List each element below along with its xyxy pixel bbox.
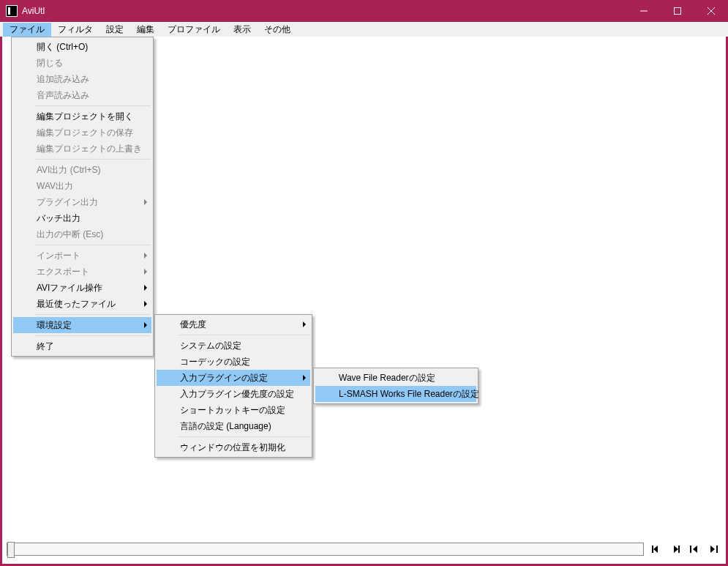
- plugin-menu-item[interactable]: Wave File Readerの設定: [315, 370, 476, 386]
- file-menu-item-label: 閉じる: [37, 57, 63, 70]
- env-menu-separator: [179, 436, 309, 437]
- env-menu-item-label: ショートカットキーの設定: [180, 404, 285, 417]
- first-frame-button[interactable]: [686, 541, 702, 557]
- file-menu-item-label: AVI出力 (Ctrl+S): [37, 164, 100, 176]
- file-menu-item: 音声読み込み: [13, 87, 151, 103]
- file-menu-item-label: 音声読み込み: [37, 89, 89, 102]
- file-menu-item: 編集プロジェクトの上書き: [13, 141, 151, 157]
- close-button[interactable]: [694, 0, 728, 22]
- file-menu-item-label: 開く (Ctrl+O): [37, 41, 88, 53]
- file-menu-item-label: 編集プロジェクトを開く: [37, 111, 133, 123]
- file-menu-item[interactable]: 環境設定: [13, 317, 151, 333]
- last-frame-button[interactable]: [705, 541, 721, 557]
- env-menu-item-label: ウィンドウの位置を初期化: [180, 442, 285, 454]
- menu-filter[interactable]: フィルタ: [51, 23, 100, 37]
- plugin-menu-item[interactable]: L-SMASH Works File Readerの設定: [315, 386, 476, 402]
- env-menu-item[interactable]: 優先度: [157, 316, 310, 332]
- file-menu-item-label: 追加読み込み: [37, 73, 89, 86]
- file-dropdown: 開く (Ctrl+O)閉じる追加読み込み音声読み込み編集プロジェクトを開く編集プ…: [11, 37, 154, 357]
- prev-frame-button[interactable]: [648, 541, 664, 557]
- env-menu-item-label: システムの設定: [180, 340, 241, 352]
- submenu-arrow-icon: [144, 269, 147, 275]
- env-menu-item-label: 入力プラグインの設定: [180, 372, 268, 384]
- next-frame-button[interactable]: [667, 541, 683, 557]
- file-menu-item: プラグイン出力: [13, 194, 151, 210]
- menu-other[interactable]: その他: [258, 23, 297, 37]
- seek-bar-area: [7, 540, 721, 558]
- menu-settings[interactable]: 設定: [100, 23, 130, 37]
- file-menu-item: 編集プロジェクトの保存: [13, 124, 151, 141]
- file-menu-item-label: WAV出力: [37, 180, 73, 193]
- submenu-arrow-icon: [144, 199, 147, 205]
- plugin-menu-item-label: Wave File Readerの設定: [339, 372, 435, 384]
- file-menu-item: 閉じる: [13, 55, 151, 71]
- menu-edit[interactable]: 編集: [130, 23, 161, 37]
- file-menu-item-label: AVIファイル操作: [37, 282, 102, 294]
- svg-rect-2: [678, 545, 680, 553]
- file-menu-item: インポート: [13, 247, 151, 264]
- file-menu-separator: [35, 245, 151, 245]
- env-menu-item-label: コーデックの設定: [180, 356, 250, 368]
- file-menu-item: WAV出力: [13, 178, 151, 194]
- file-menu-separator: [35, 105, 151, 106]
- window-controls: [627, 0, 728, 22]
- submenu-arrow-icon: [144, 285, 147, 291]
- env-menu-item-label: 入力プラグイン優先度の設定: [180, 388, 294, 401]
- file-menu-item-label: 最近使ったファイル: [37, 298, 116, 310]
- submenu-arrow-icon: [144, 322, 147, 328]
- input-plugin-dropdown: Wave File Readerの設定L-SMASH Works File Re…: [313, 368, 479, 404]
- env-menu-item[interactable]: ショートカットキーの設定: [157, 402, 310, 418]
- svg-rect-4: [716, 545, 718, 553]
- plugin-menu-item-label: L-SMASH Works File Readerの設定: [339, 388, 479, 401]
- env-menu-item-label: 優先度: [180, 319, 206, 331]
- file-menu-item[interactable]: 最近使ったファイル: [13, 296, 151, 312]
- window-title: AviUtl: [22, 6, 627, 16]
- menu-bar: ファイル フィルタ 設定 編集 プロファイル 表示 その他: [0, 22, 728, 37]
- file-menu-item[interactable]: AVIファイル操作: [13, 280, 151, 296]
- file-menu-item-label: 出力の中断 (Esc): [37, 228, 103, 241]
- menu-file[interactable]: ファイル: [3, 23, 51, 37]
- env-menu-item[interactable]: ウィンドウの位置を初期化: [157, 439, 310, 455]
- nav-buttons: [648, 541, 721, 557]
- file-menu-item-label: 終了: [37, 340, 54, 353]
- file-menu-item-label: バッチ出力: [37, 212, 80, 225]
- env-menu-item[interactable]: 入力プラグイン優先度の設定: [157, 386, 310, 402]
- submenu-arrow-icon: [303, 321, 306, 327]
- title-bar: AviUtl: [0, 0, 728, 22]
- svg-rect-1: [652, 545, 653, 553]
- submenu-arrow-icon: [144, 253, 147, 258]
- svg-rect-0: [675, 8, 681, 15]
- file-menu-item: エクスポート: [13, 264, 151, 280]
- file-menu-item: 出力の中断 (Esc): [13, 226, 151, 242]
- file-menu-item[interactable]: バッチ出力: [13, 210, 151, 226]
- file-menu-item[interactable]: 終了: [13, 338, 151, 354]
- file-menu-item-label: プラグイン出力: [37, 196, 98, 209]
- seek-track[interactable]: [7, 543, 644, 556]
- svg-rect-3: [690, 545, 691, 553]
- menu-profile[interactable]: プロファイル: [161, 23, 227, 37]
- file-menu-item: AVI出力 (Ctrl+S): [13, 162, 151, 178]
- menu-view[interactable]: 表示: [227, 23, 258, 37]
- maximize-button[interactable]: [661, 0, 694, 22]
- file-menu-separator: [35, 335, 151, 336]
- file-menu-item[interactable]: 開く (Ctrl+O): [13, 39, 151, 55]
- app-icon: [6, 5, 18, 17]
- minimize-button[interactable]: [627, 0, 661, 22]
- env-menu-item[interactable]: 入力プラグインの設定: [157, 370, 310, 386]
- submenu-arrow-icon: [144, 301, 147, 307]
- env-settings-dropdown: 優先度システムの設定コーデックの設定入力プラグインの設定入力プラグイン優先度の設…: [154, 314, 312, 458]
- env-menu-item[interactable]: システムの設定: [157, 338, 310, 354]
- file-menu-item[interactable]: 編集プロジェクトを開く: [13, 108, 151, 124]
- file-menu-separator: [35, 314, 151, 315]
- file-menu-item-label: 編集プロジェクトの上書き: [37, 143, 142, 155]
- file-menu-item: 追加読み込み: [13, 71, 151, 87]
- file-menu-item-label: 編集プロジェクトの保存: [37, 127, 133, 139]
- env-menu-item[interactable]: 言語の設定 (Language): [157, 418, 310, 434]
- env-menu-separator: [179, 335, 309, 335]
- file-menu-separator: [35, 159, 151, 160]
- env-menu-item[interactable]: コーデックの設定: [157, 354, 310, 370]
- file-menu-item-label: インポート: [37, 250, 80, 262]
- submenu-arrow-icon: [303, 375, 306, 381]
- seek-thumb[interactable]: [7, 542, 15, 558]
- file-menu-item-label: 環境設定: [37, 319, 72, 332]
